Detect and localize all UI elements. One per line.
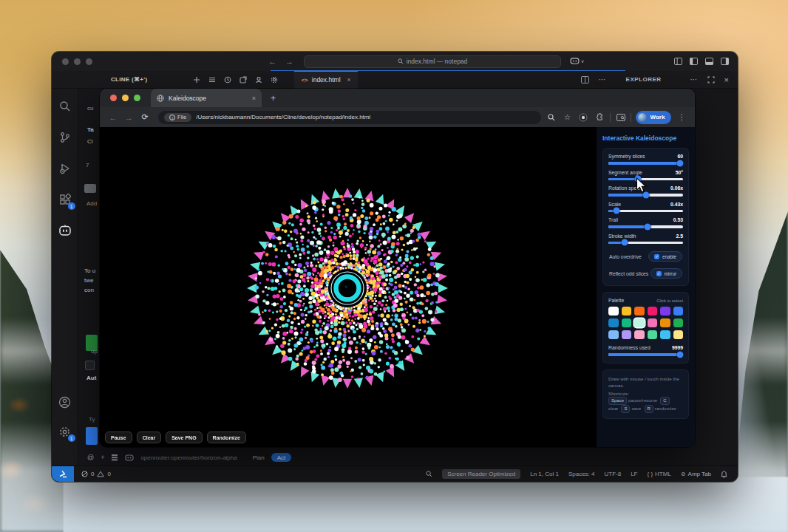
palette-swatch-3[interactable] bbox=[648, 307, 658, 316]
notifications-bell-icon[interactable] bbox=[721, 471, 727, 478]
kaleidoscope-canvas-area[interactable]: PauseClearSave PNGRandomize bbox=[100, 127, 597, 447]
status-item-utf-8[interactable]: UTF-8 bbox=[604, 471, 621, 477]
palette-swatch-8[interactable] bbox=[634, 318, 645, 327]
blue-button-fragment[interactable] bbox=[86, 427, 98, 445]
kaleidoscope-canvas[interactable] bbox=[100, 127, 597, 447]
browser-tab-kaleidoscope[interactable]: Kaleidoscope × bbox=[151, 89, 262, 107]
status-item-html[interactable]: { }HTML bbox=[648, 471, 671, 477]
slider-symmetry-slices[interactable] bbox=[608, 162, 683, 165]
model-selector[interactable]: openrouter:openrouter/horizon-alpha bbox=[140, 454, 237, 461]
toggle-panel-icon[interactable] bbox=[705, 58, 713, 65]
status-item-amp-tab[interactable]: ⊘Amp Tab bbox=[681, 471, 711, 477]
expand-icon[interactable] bbox=[707, 76, 715, 83]
errors-count[interactable]: 0 bbox=[91, 471, 94, 477]
browser-zoom-button[interactable] bbox=[134, 95, 140, 101]
pause-button[interactable]: Pause bbox=[105, 432, 132, 443]
copilot-menu[interactable]: ˅ bbox=[570, 58, 584, 65]
minimize-window-button[interactable] bbox=[74, 58, 81, 65]
checkbox-checked-icon[interactable]: ✓ bbox=[654, 254, 659, 259]
toggle-secondary-sidebar-icon[interactable] bbox=[721, 58, 729, 65]
toggle-enable[interactable]: ✓enable bbox=[648, 251, 682, 262]
more-actions-icon[interactable]: ⋯ bbox=[599, 75, 606, 83]
palette-swatch-10[interactable] bbox=[660, 318, 670, 327]
toggle-mirror[interactable]: ✓mirror bbox=[651, 268, 682, 279]
palette-swatch-16[interactable] bbox=[660, 330, 670, 339]
forward-icon[interactable]: → bbox=[285, 57, 293, 66]
extensions-puzzle-icon[interactable] bbox=[594, 113, 605, 121]
window-controls[interactable] bbox=[62, 58, 92, 65]
profile-button[interactable]: Work bbox=[636, 111, 671, 124]
slider-thumb[interactable] bbox=[676, 160, 683, 166]
zoom-window-button[interactable] bbox=[86, 58, 92, 65]
url-text[interactable]: /Users/nickbaumann/Documents/Cline/devel… bbox=[196, 114, 370, 120]
palette-swatch-14[interactable] bbox=[634, 330, 645, 339]
status-item-screen-reader-optimized[interactable]: Screen Reader Optimized bbox=[442, 469, 520, 479]
palette-swatch-2[interactable] bbox=[634, 307, 645, 316]
slider-thumb[interactable] bbox=[622, 239, 628, 246]
side-panel-icon[interactable] bbox=[615, 114, 627, 121]
slider-thumb[interactable] bbox=[614, 208, 620, 214]
randomness-slider[interactable] bbox=[608, 353, 683, 356]
browser-minimize-button[interactable] bbox=[122, 95, 129, 101]
slider-stroke-width[interactable] bbox=[608, 242, 683, 245]
palette-swatch-9[interactable] bbox=[648, 318, 658, 327]
history-icon[interactable] bbox=[224, 76, 231, 83]
toggle-sidebar-icon[interactable] bbox=[690, 58, 698, 65]
file-scheme-chip[interactable]: i File bbox=[164, 113, 191, 122]
status-item-spaces-4[interactable]: Spaces: 4 bbox=[568, 471, 595, 477]
browser-reload-icon[interactable]: ⟳ bbox=[139, 112, 151, 122]
extension-logo-icon[interactable] bbox=[577, 113, 589, 122]
back-icon[interactable]: ← bbox=[268, 57, 276, 66]
close-tab-icon[interactable]: × bbox=[347, 76, 351, 83]
remote-indicator[interactable] bbox=[52, 466, 74, 482]
slider-thumb[interactable] bbox=[676, 351, 683, 358]
new-tab-icon[interactable]: + bbox=[271, 93, 276, 103]
browser-close-button[interactable] bbox=[110, 95, 117, 101]
slider-scale[interactable] bbox=[608, 210, 683, 213]
customize-layout-icon[interactable] bbox=[674, 58, 682, 65]
palette-swatch-17[interactable] bbox=[673, 330, 684, 339]
clear-button[interactable]: Clear bbox=[137, 432, 162, 443]
status-item-lf[interactable]: LF bbox=[631, 471, 637, 477]
palette-swatch-13[interactable] bbox=[622, 330, 632, 339]
settings-icon[interactable] bbox=[271, 76, 278, 83]
address-bar[interactable]: i File /Users/nickbaumann/Documents/Clin… bbox=[158, 111, 541, 124]
palette-swatch-12[interactable] bbox=[608, 330, 619, 339]
close-panel-icon[interactable]: × bbox=[724, 75, 729, 84]
status-item-ln-1-col-1[interactable]: Ln 1, Col 1 bbox=[530, 471, 559, 477]
account-icon[interactable] bbox=[255, 76, 262, 83]
split-editor-icon[interactable] bbox=[581, 76, 589, 83]
save-png-button[interactable]: Save PNG bbox=[166, 432, 202, 443]
list-icon[interactable] bbox=[208, 76, 216, 83]
palette-swatch-4[interactable] bbox=[660, 307, 670, 316]
slider-trail[interactable] bbox=[608, 225, 683, 228]
command-center-search[interactable]: index.html — notepad bbox=[304, 55, 561, 68]
explorer-more-icon[interactable]: ⋯ bbox=[690, 75, 698, 83]
palette-swatch-11[interactable] bbox=[673, 318, 684, 327]
browser-back-icon[interactable]: ← bbox=[107, 113, 119, 122]
bookmark-star-icon[interactable]: ☆ bbox=[562, 113, 574, 121]
new-task-icon[interactable] bbox=[193, 76, 200, 83]
mention-icon[interactable]: @ bbox=[87, 454, 94, 461]
checkbox-checked-icon[interactable]: ✓ bbox=[656, 271, 662, 276]
editor-tab-index-html[interactable]: <> index.html × bbox=[294, 71, 357, 89]
palette-swatch-5[interactable] bbox=[673, 307, 684, 316]
plan-toggle[interactable]: Plan bbox=[253, 454, 265, 461]
act-toggle[interactable]: Act bbox=[271, 453, 292, 462]
randomize-button[interactable]: Randomize bbox=[207, 432, 246, 443]
browser-menu-kebab-icon[interactable]: ⋮ bbox=[676, 113, 687, 121]
image-stack-icon[interactable] bbox=[111, 454, 118, 461]
warnings-count[interactable]: 0 bbox=[107, 471, 110, 477]
browser-forward-icon[interactable]: → bbox=[123, 113, 135, 122]
slider-thumb[interactable] bbox=[644, 223, 651, 230]
palette-swatch-7[interactable] bbox=[622, 318, 632, 327]
add-icon[interactable]: + bbox=[101, 454, 104, 461]
palette-swatch-15[interactable] bbox=[648, 330, 658, 339]
palette-swatch-6[interactable] bbox=[608, 318, 619, 327]
palette-swatch-0[interactable] bbox=[608, 307, 619, 316]
close-tab-icon[interactable]: × bbox=[252, 95, 256, 102]
open-in-editor-icon[interactable] bbox=[240, 76, 247, 83]
close-window-button[interactable] bbox=[62, 58, 69, 65]
palette-swatch-1[interactable] bbox=[622, 307, 632, 316]
model-robot-icon[interactable] bbox=[125, 454, 134, 461]
